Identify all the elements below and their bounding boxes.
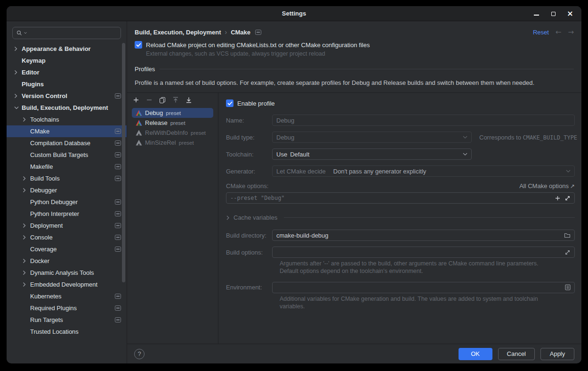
sidebar-item-console[interactable]: Console (7, 231, 127, 243)
sidebar-item-label: Debugger (30, 187, 57, 194)
titlebar: Settings × (7, 6, 581, 21)
expand-field-icon[interactable] (564, 249, 571, 256)
sidebar-item-run-targets[interactable]: Run Targets (7, 314, 127, 326)
profile-item-minsizerel[interactable]: MinSizeRelpreset (132, 138, 213, 148)
chevron-right-icon[interactable] (14, 70, 22, 75)
toolchain-mode: Use (276, 151, 287, 158)
sidebar-item-python-debugger[interactable]: Python Debugger (7, 196, 127, 208)
add-button[interactable] (132, 96, 140, 104)
sidebar-item-cmake[interactable]: CMake (7, 125, 127, 137)
sidebar-item-coverage[interactable]: Coverage (7, 243, 127, 255)
cmake-options-label: CMake options: (226, 182, 268, 190)
apply-button[interactable]: Apply (540, 348, 574, 360)
sidebar-item-docker[interactable]: Docker (7, 255, 127, 267)
back-button[interactable]: ← (556, 28, 562, 36)
build-options-field[interactable] (272, 247, 575, 258)
remove-button[interactable] (145, 96, 153, 104)
sidebar-item-label: Appearance & Behavior (22, 45, 91, 52)
environment-help: Additional variables for CMake generatio… (280, 295, 575, 311)
profile-item-release[interactable]: Releasepreset (132, 118, 213, 128)
sidebar-item-label: CMake (30, 128, 49, 135)
dialog-footer: ? OK Cancel Apply (127, 344, 581, 363)
sidebar-item-label: Required Plugins (30, 305, 77, 312)
sidebar-item-makefile[interactable]: Makefile (7, 161, 127, 173)
project-config-icon (115, 140, 121, 146)
move-up-button[interactable] (171, 96, 180, 104)
chevron-right-icon[interactable] (23, 188, 30, 193)
chevron-right-icon[interactable] (23, 176, 30, 181)
reload-cmake-checkbox[interactable]: Reload CMake project on editing CMakeLis… (135, 41, 574, 49)
expand-field-icon[interactable] (564, 195, 571, 201)
environment-variables-icon[interactable] (565, 284, 571, 290)
enable-profile-checkbox[interactable]: Enable profile (226, 99, 575, 107)
sidebar-item-toolchains[interactable]: Toolchains (7, 114, 127, 125)
profile-list: DebugpresetReleasepresetRelWithDebInfopr… (127, 107, 218, 148)
forward-button[interactable]: → (568, 28, 574, 36)
sidebar-item-build-tools[interactable]: Build Tools (7, 173, 127, 184)
sidebar-item-keymap[interactable]: Keymap (7, 55, 127, 66)
chevron-right-icon[interactable] (23, 282, 30, 287)
window-title: Settings (282, 10, 306, 17)
close-button[interactable]: × (564, 7, 577, 20)
help-button[interactable]: ? (134, 349, 145, 359)
add-option-icon[interactable] (555, 195, 561, 201)
chevron-right-icon[interactable] (14, 46, 22, 51)
move-down-button[interactable] (185, 96, 193, 104)
chevron-right-icon[interactable] (23, 270, 30, 275)
cancel-button[interactable]: Cancel (498, 348, 535, 360)
maximize-button[interactable] (547, 7, 560, 20)
toolchain-select[interactable]: Use Default (272, 148, 472, 160)
sidebar-item-editor[interactable]: Editor (7, 66, 127, 78)
name-label: Name: (226, 117, 272, 124)
chevron-right-icon[interactable] (14, 93, 22, 99)
reload-cmake-label: Reload CMake project on editing CMakeLis… (146, 41, 370, 49)
sidebar-item-label: Makefile (30, 163, 53, 170)
profile-list-panel: DebugpresetReleasepresetRelWithDebInfopr… (127, 93, 218, 344)
sidebar-item-label: Embedded Development (30, 281, 97, 288)
cache-variables-label: Cache variables (234, 214, 277, 221)
build-options-help: Arguments after '--' are passed to the b… (280, 260, 575, 275)
minimize-button[interactable] (530, 7, 543, 20)
folder-icon[interactable] (564, 232, 571, 238)
chevron-right-icon[interactable] (23, 117, 30, 122)
sidebar-scrollbar[interactable] (122, 43, 125, 282)
chevron-down-icon[interactable] (14, 106, 22, 109)
build-directory-field[interactable]: cmake-build-debug (272, 230, 575, 241)
sidebar-item-custom-build-targets[interactable]: Custom Build Targets (7, 149, 127, 161)
cache-variables-toggle[interactable]: Cache variables (226, 214, 575, 221)
profile-list-toolbar (127, 93, 218, 107)
profile-item-relwithdebinfo[interactable]: RelWithDebInfopreset (132, 128, 213, 138)
sidebar-item-debugger[interactable]: Debugger (7, 184, 127, 196)
build-directory-label: Build directory: (226, 232, 272, 239)
sidebar-item-appearance-behavior[interactable]: Appearance & Behavior (7, 43, 127, 55)
sidebar-item-required-plugins[interactable]: Required Plugins (7, 302, 127, 314)
sidebar-item-dynamic-analysis-tools[interactable]: Dynamic Analysis Tools (7, 267, 127, 279)
environment-field[interactable] (272, 282, 575, 293)
sidebar-item-compilation-database[interactable]: Compilation Database (7, 137, 127, 149)
profile-item-debug[interactable]: Debugpreset (132, 108, 213, 118)
toolchain-value: Default (290, 151, 309, 158)
sidebar-item-deployment[interactable]: Deployment (7, 220, 127, 231)
chevron-right-icon[interactable] (23, 235, 30, 240)
sidebar-item-kubernetes[interactable]: Kubernetes (7, 290, 127, 302)
cmake-options-field[interactable]: --preset "Debug" (226, 192, 575, 204)
copy-button[interactable] (158, 96, 167, 104)
project-config-icon (115, 247, 121, 252)
minimize-icon (534, 15, 539, 16)
project-config-icon (115, 294, 121, 299)
sidebar-item-python-interpreter[interactable]: Python Interpreter (7, 208, 127, 220)
settings-search-input[interactable] (12, 27, 121, 39)
all-cmake-options-link[interactable]: All CMake options ↗ (519, 182, 575, 190)
sidebar-item-plugins[interactable]: Plugins (7, 78, 127, 90)
sidebar-item-version-control[interactable]: Version Control (7, 90, 127, 102)
sidebar-item-build-execution-deployment[interactable]: Build, Execution, Deployment (7, 102, 127, 114)
sidebar-item-embedded-development[interactable]: Embedded Development (7, 279, 127, 290)
reset-button[interactable]: Reset (533, 29, 549, 36)
profiles-section-title: Profiles (135, 66, 155, 73)
sidebar-tree: Appearance & BehaviorKeymapEditorPlugins… (7, 43, 127, 363)
settings-dialog: Settings × Appearance & BehaviorKeymapEd… (7, 6, 581, 363)
sidebar-item-trusted-locations[interactable]: Trusted Locations (7, 326, 127, 338)
chevron-right-icon[interactable] (23, 258, 30, 264)
chevron-right-icon[interactable] (23, 223, 30, 228)
ok-button[interactable]: OK (459, 348, 492, 360)
